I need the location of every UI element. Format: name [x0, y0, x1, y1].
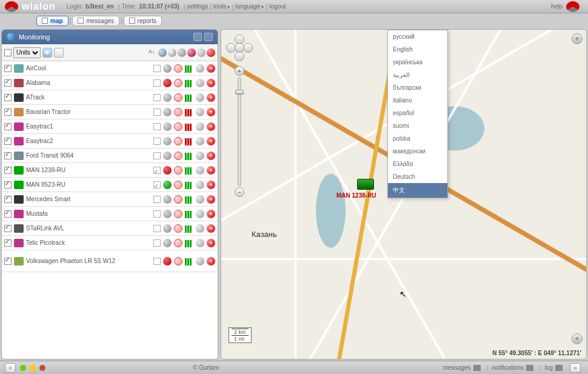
sort-icon[interactable]: A↓: [149, 48, 157, 57]
unit-record-icon[interactable]: [174, 210, 182, 218]
nav-back-button[interactable]: «: [5, 363, 16, 373]
unit-row[interactable]: Telic Picotrack+: [2, 236, 218, 250]
unit-add-icon[interactable]: +: [207, 224, 215, 233]
nav-forward-button[interactable]: »: [570, 363, 581, 373]
unit-add-icon[interactable]: +: [207, 122, 215, 131]
unit-settings-icon[interactable]: [196, 224, 204, 233]
unit-record-icon[interactable]: [174, 64, 182, 73]
language-option[interactable]: العربية: [388, 68, 447, 81]
unit-settings-icon[interactable]: [196, 79, 204, 87]
unit-settings-icon[interactable]: [196, 181, 204, 189]
zoom-in-button[interactable]: +: [235, 66, 244, 76]
unit-row[interactable]: Volkswagen Phaeton LR 5S W12+: [2, 250, 218, 272]
col-gear-icon[interactable]: [197, 48, 205, 57]
unit-record-icon[interactable]: [174, 257, 182, 265]
unit-checkbox[interactable]: [4, 196, 12, 203]
unit-checkbox[interactable]: [4, 152, 12, 159]
unit-row[interactable]: Bavarian Tractor+: [2, 105, 218, 119]
unit-track-checkbox[interactable]: [153, 196, 161, 203]
unit-record-icon[interactable]: [174, 224, 182, 233]
language-option[interactable]: български: [388, 81, 447, 94]
language-option[interactable]: English: [388, 43, 447, 56]
unit-settings-icon[interactable]: [196, 93, 204, 102]
unit-add-icon[interactable]: +: [207, 108, 215, 116]
zoom-slider[interactable]: [238, 77, 241, 186]
unit-record-icon[interactable]: [174, 93, 182, 102]
zoom-handle[interactable]: [235, 90, 244, 95]
unit-add-icon[interactable]: +: [207, 93, 215, 102]
unit-record-icon[interactable]: [174, 108, 182, 116]
col-delete-icon[interactable]: [207, 48, 215, 57]
filter-select[interactable]: Units: [13, 47, 41, 58]
unit-checkbox[interactable]: [4, 167, 12, 174]
language-link[interactable]: language: [235, 3, 264, 10]
tab-reports[interactable]: reports: [124, 16, 162, 26]
unit-settings-icon[interactable]: [196, 122, 204, 131]
unit-checkbox[interactable]: [4, 94, 12, 101]
col-ball-icon[interactable]: [187, 48, 196, 57]
unit-marker[interactable]: [357, 179, 374, 190]
tools-link[interactable]: tools: [213, 3, 230, 10]
unit-record-icon[interactable]: [174, 195, 182, 204]
language-option[interactable]: русский: [388, 30, 447, 43]
help-link[interactable]: help: [551, 3, 563, 10]
tab-map[interactable]: map: [36, 16, 68, 26]
unit-add-icon[interactable]: +: [207, 210, 215, 218]
unit-track-checkbox[interactable]: [153, 79, 161, 87]
unit-settings-icon[interactable]: [196, 257, 204, 265]
unit-record-icon[interactable]: [174, 181, 182, 189]
unit-settings-icon[interactable]: [196, 166, 204, 175]
language-option[interactable]: español: [388, 107, 447, 119]
unit-checkbox[interactable]: [4, 210, 12, 218]
unit-checkbox[interactable]: [4, 79, 12, 87]
logout-link[interactable]: logout: [269, 3, 286, 10]
unit-settings-icon[interactable]: [196, 108, 204, 116]
bottom-notifications-link[interactable]: notifications: [492, 364, 524, 371]
language-option[interactable]: українська: [388, 56, 447, 68]
unit-add-icon[interactable]: +: [207, 137, 215, 145]
unit-record-icon[interactable]: [174, 122, 182, 131]
unit-checkbox[interactable]: [4, 138, 12, 145]
expand-top-button[interactable]: +: [572, 33, 583, 44]
unit-add-icon[interactable]: +: [207, 64, 215, 73]
unit-row[interactable]: Ford Transit 9064+: [2, 149, 218, 163]
pan-east-button[interactable]: [243, 43, 253, 53]
unit-row[interactable]: Easytrac2+: [2, 134, 218, 149]
panel-close-button[interactable]: [204, 33, 213, 41]
unit-settings-icon[interactable]: [196, 239, 204, 247]
language-option[interactable]: suomi: [388, 119, 447, 132]
language-option[interactable]: Ελλάδα: [388, 158, 447, 170]
unit-row[interactable]: STaRLink AVL+: [2, 221, 218, 236]
bottom-log-link[interactable]: log: [545, 364, 553, 371]
unit-settings-icon[interactable]: [196, 64, 204, 73]
unit-add-icon[interactable]: +: [207, 152, 215, 160]
unit-checkbox[interactable]: [4, 109, 12, 116]
filter-btn-snow[interactable]: ✱: [42, 48, 52, 58]
col-antenna-icon[interactable]: [178, 48, 186, 57]
unit-row[interactable]: MAN 8523-RU✓+: [2, 178, 218, 192]
unit-checkbox[interactable]: [4, 123, 12, 130]
col-eye-icon[interactable]: [168, 48, 176, 57]
language-option[interactable]: македонски: [388, 145, 447, 158]
expand-bottom-button[interactable]: +: [572, 333, 583, 344]
unit-checkbox[interactable]: [4, 181, 12, 189]
unit-add-icon[interactable]: +: [207, 79, 215, 87]
unit-row[interactable]: AirCool+: [2, 61, 218, 76]
settings-link[interactable]: settings: [187, 3, 208, 10]
unit-checkbox[interactable]: [4, 258, 12, 265]
unit-checkbox[interactable]: [4, 239, 12, 247]
pan-center-button[interactable]: [235, 43, 244, 53]
unit-track-checkbox[interactable]: [153, 258, 161, 265]
unit-track-checkbox[interactable]: [153, 65, 161, 72]
map[interactable]: + − + + Казань MAN 1238-RU русскийEnglis…: [221, 29, 587, 359]
unit-record-icon[interactable]: [174, 152, 182, 160]
unit-track-checkbox[interactable]: [153, 225, 161, 232]
unit-track-checkbox[interactable]: [153, 109, 161, 116]
unit-row[interactable]: Mustafa+: [2, 207, 218, 221]
unit-row[interactable]: Alabama+: [2, 76, 218, 90]
unit-add-icon[interactable]: +: [207, 257, 215, 265]
unit-add-icon[interactable]: +: [207, 181, 215, 189]
unit-settings-icon[interactable]: [196, 152, 204, 160]
unit-row[interactable]: Mercedes Smart+: [2, 192, 218, 207]
filter-btn-blank[interactable]: [54, 48, 64, 58]
